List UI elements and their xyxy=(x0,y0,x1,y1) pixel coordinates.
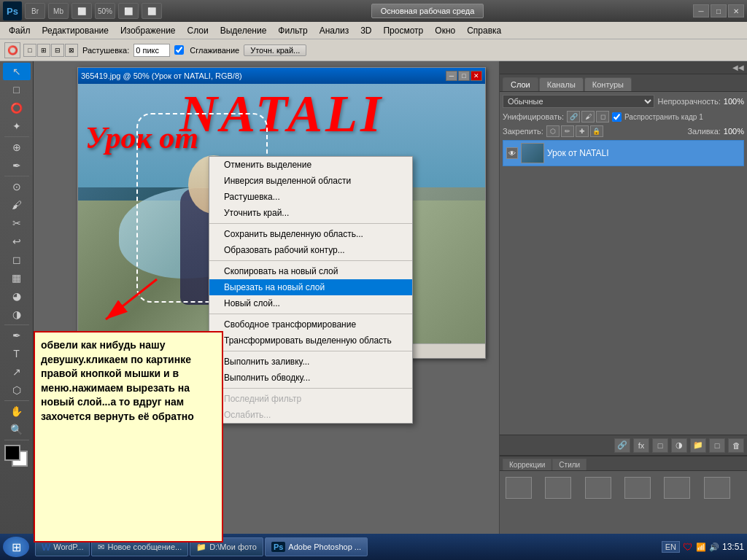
ctx-save-selection[interactable]: Сохранить выделенную область... xyxy=(209,226,412,242)
menu-edit[interactable]: Редактирование xyxy=(36,24,115,37)
tool-crop[interactable]: ⊕ xyxy=(3,139,31,156)
tool-text[interactable]: T xyxy=(3,345,31,362)
spread-checkbox[interactable] xyxy=(612,112,622,122)
menu-window[interactable]: Окно xyxy=(429,24,461,37)
lock-all-icon[interactable]: 🔒 xyxy=(590,125,603,137)
doc-close-button[interactable]: ✕ xyxy=(471,71,482,81)
foreground-color[interactable] xyxy=(4,445,20,461)
intersect-selection-icon[interactable]: ⊠ xyxy=(65,44,78,57)
layer-item[interactable]: 👁 Урок от NATALI xyxy=(503,140,744,166)
link-layers-button[interactable]: 🔗 xyxy=(614,438,630,453)
tool-zoom[interactable]: 🔍 xyxy=(3,421,31,438)
maximize-button[interactable]: □ xyxy=(711,4,727,18)
tab-channels[interactable]: Каналы xyxy=(539,77,584,91)
bridge-icon[interactable]: Br xyxy=(25,3,45,19)
new-group-button[interactable]: 📁 xyxy=(690,438,706,453)
adj-levels[interactable] xyxy=(545,477,571,499)
arrange-icon[interactable]: ⬜ xyxy=(71,3,92,19)
menu-select[interactable]: Выделение xyxy=(214,24,273,37)
minimize-button[interactable]: ─ xyxy=(693,4,709,18)
menu-file[interactable]: Файл xyxy=(3,24,36,37)
refine-edge-button[interactable]: Уточн. край... xyxy=(244,44,306,56)
ctx-deselect[interactable]: Отменить выделение xyxy=(209,157,412,173)
adj-brightness[interactable] xyxy=(506,477,532,499)
panel-collapse-btn[interactable]: ◀◀ xyxy=(729,63,747,71)
start-button[interactable]: ⊞ xyxy=(3,537,29,557)
canvas-area: 365419.jpg @ 50% (Урок от NATALI, RGB/8)… xyxy=(34,61,499,542)
unify-icon-2[interactable]: 🖌 xyxy=(581,111,595,122)
tool-dodge[interactable]: ◑ xyxy=(3,306,31,323)
menu-view[interactable]: Просмотр xyxy=(377,24,429,37)
tool-eyedropper[interactable]: ✒ xyxy=(3,157,31,174)
tool-path[interactable]: ↗ xyxy=(3,363,31,381)
close-button[interactable]: ✕ xyxy=(728,4,744,18)
tool-pen[interactable]: ✒ xyxy=(3,327,31,344)
add-adjustment-button[interactable]: ◑ xyxy=(671,438,687,453)
workspace-button[interactable]: Основная рабочая среда xyxy=(371,4,484,18)
lock-paint-icon[interactable]: ✏ xyxy=(561,125,574,137)
menu-analysis[interactable]: Анализ xyxy=(314,24,355,37)
tab-styles[interactable]: Стили xyxy=(552,459,587,470)
ctx-make-path[interactable]: Образовать рабочий контур... xyxy=(209,242,412,258)
ctx-invert[interactable]: Инверсия выделенной области xyxy=(209,173,412,189)
add-style-button[interactable]: fx xyxy=(633,438,649,453)
layout-icon[interactable]: ⬜ xyxy=(118,3,139,19)
tool-hand[interactable]: ✋ xyxy=(3,402,31,420)
extra-icon[interactable]: ⬜ xyxy=(142,3,162,19)
sub-selection-icon[interactable]: ⊟ xyxy=(51,44,64,57)
tool-eraser[interactable]: ◻ xyxy=(3,251,31,268)
tool-brush[interactable]: 🖌 xyxy=(3,196,31,214)
tab-paths[interactable]: Контуры xyxy=(584,77,632,91)
tool-lasso[interactable]: ⭕ xyxy=(3,99,31,117)
add-selection-icon[interactable]: ⊞ xyxy=(37,44,50,57)
delete-layer-button[interactable]: 🗑 xyxy=(728,438,744,453)
unify-icon-1[interactable]: 🔗 xyxy=(567,111,580,122)
add-mask-button[interactable]: □ xyxy=(652,438,668,453)
ctx-refine[interactable]: Уточнить край... xyxy=(209,205,412,221)
new-layer-button[interactable]: □ xyxy=(709,438,725,453)
tool-shape[interactable]: ⬡ xyxy=(3,381,31,399)
ctx-fill[interactable]: Выполнить заливку... xyxy=(209,354,412,370)
ctx-transform-selection[interactable]: Трансформировать выделенную область xyxy=(209,332,412,349)
tool-move[interactable]: ↖ xyxy=(3,63,31,80)
lock-move-icon[interactable]: ✚ xyxy=(576,125,589,137)
adj-vibrance[interactable] xyxy=(664,477,690,499)
lock-transparent-icon[interactable]: ⬡ xyxy=(546,125,560,137)
menu-help[interactable]: Справка xyxy=(461,24,507,37)
ctx-feather[interactable]: Растушевка... xyxy=(209,189,412,205)
zoom-control[interactable]: 50% xyxy=(95,3,115,19)
tool-magic-wand[interactable]: ✦ xyxy=(3,117,31,135)
menu-image[interactable]: Изображение xyxy=(115,24,182,37)
tool-clone[interactable]: ✂ xyxy=(3,214,31,232)
feather-input[interactable] xyxy=(133,44,170,57)
adj-hsl[interactable] xyxy=(704,477,730,499)
menu-layers[interactable]: Слои xyxy=(182,24,214,37)
unify-icon-3[interactable]: ◻ xyxy=(596,111,609,122)
tool-rect-select[interactable]: □ xyxy=(3,81,31,98)
smooth-checkbox[interactable] xyxy=(174,45,184,55)
taskbar-photoshop[interactable]: Ps Adobe Photoshop ... xyxy=(265,537,368,556)
tool-blur[interactable]: ◕ xyxy=(3,287,31,305)
doc-max-button[interactable]: □ xyxy=(458,71,470,81)
layer-visibility-toggle[interactable]: 👁 xyxy=(506,147,518,159)
ctx-free-transform[interactable]: Свободное трансформирование xyxy=(209,316,412,332)
ctx-new-layer[interactable]: Новый слой... xyxy=(209,295,412,311)
ctx-copy-layer[interactable]: Скопировать на новый слой xyxy=(209,263,412,279)
tab-corrections[interactable]: Коррекции xyxy=(503,459,551,470)
tool-gradient[interactable]: ▦ xyxy=(3,269,31,287)
doc-min-button[interactable]: ─ xyxy=(446,71,457,81)
lasso-tool-icon[interactable]: ⭕ xyxy=(4,42,20,58)
adj-curves[interactable] xyxy=(585,477,611,499)
blend-mode-select[interactable]: Обычные xyxy=(503,95,654,108)
new-selection-icon[interactable]: □ xyxy=(23,44,36,57)
tool-healing[interactable]: ⊙ xyxy=(3,178,31,195)
menu-3d[interactable]: 3D xyxy=(355,24,377,37)
menu-filter[interactable]: Фильтр xyxy=(272,24,313,37)
minibr-icon[interactable]: Mb xyxy=(48,3,69,19)
adj-exposure[interactable] xyxy=(624,477,651,499)
lang-button[interactable]: EN xyxy=(662,541,680,553)
tool-history-brush[interactable]: ↩ xyxy=(3,233,31,250)
ctx-stroke[interactable]: Выполнить обводку... xyxy=(209,370,412,386)
ctx-cut-layer[interactable]: Вырезать на новый слой xyxy=(209,279,412,295)
tab-layers[interactable]: Слои xyxy=(503,77,538,91)
